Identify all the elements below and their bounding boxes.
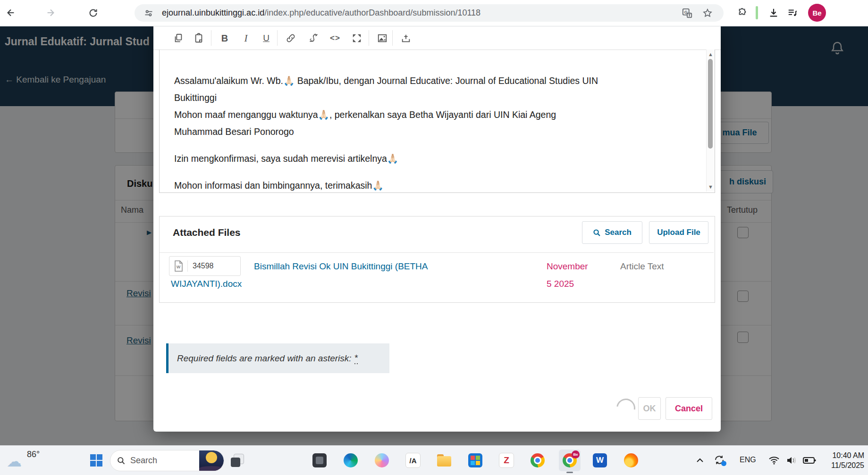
browser-profile-avatar[interactable]: Be [808, 4, 826, 22]
extensions-icon[interactable] [734, 5, 750, 21]
search-icon [117, 456, 126, 465]
browser-toolbar: ejournal.uinbukittinggi.ac.id/index.php/… [0, 0, 868, 26]
downloads-icon[interactable] [766, 5, 782, 21]
message-text: Assalamu'alaikum Wr. Wb.🙏🏻 Bapak/Ibu, de… [174, 72, 675, 194]
scroll-down-icon[interactable]: ▼ [708, 184, 713, 189]
weather-widget[interactable]: 86° ☁ [6, 448, 53, 474]
message-line: Mohon informasi dan bimbingannya, terima… [174, 177, 675, 194]
message-editor[interactable]: Assalamu'alaikum Wr. Wb.🙏🏻 Bapak/Ibu, de… [159, 50, 715, 193]
reload-button[interactable] [85, 5, 101, 21]
chrome-active-window-icon[interactable]: Be [559, 450, 581, 471]
tray-date: 11/5/2025 [831, 460, 864, 470]
wifi-icon[interactable] [766, 452, 782, 468]
sync-tray-icon[interactable] [712, 452, 728, 468]
ok-label: OK [643, 404, 656, 414]
scrollbar-thumb[interactable] [708, 59, 713, 149]
start-button[interactable] [88, 452, 104, 468]
file-date-day-year: 5 2025 [547, 275, 588, 292]
upload-plugin-icon[interactable] [400, 32, 412, 44]
file-date-month: November [547, 258, 588, 275]
slash-a-app-icon[interactable]: /A [405, 452, 421, 468]
attached-files-panel: Attached Files Search Upload File ▶ W [159, 216, 715, 303]
taskbar: 86° ☁ Search [0, 445, 868, 475]
word-icon[interactable]: W [592, 452, 608, 468]
ok-button[interactable]: OK [638, 397, 661, 420]
active-app-indicator [566, 472, 573, 473]
reading-list-icon[interactable] [784, 5, 801, 21]
search-files-button[interactable]: Search [582, 221, 642, 244]
firefox-icon[interactable] [623, 452, 639, 468]
source-code-button[interactable]: <> [329, 32, 341, 44]
address-bar[interactable]: ejournal.uinbukittinggi.ac.id/index.php/… [135, 4, 724, 22]
file-name-link[interactable]: Bismillah Revisi Ok UIN Bukittinggi (BET… [254, 258, 428, 275]
bold-button[interactable]: B [219, 32, 231, 44]
copy-icon[interactable] [172, 32, 185, 44]
scroll-up-icon[interactable]: ▲ [708, 52, 713, 57]
taskbar-search[interactable]: Search [110, 450, 224, 471]
italic-button[interactable]: I [240, 32, 252, 44]
paste-icon[interactable] [193, 32, 205, 44]
url-path: /index.php/educative/authorDashboard/sub… [264, 8, 480, 17]
upload-file-label: Upload File [657, 228, 700, 237]
editor-scrollbar[interactable]: ▲ ▼ [706, 50, 715, 192]
temperature-label: 86° [27, 450, 40, 459]
link-icon[interactable] [285, 32, 297, 44]
unlink-icon[interactable] [307, 32, 320, 44]
blank-line [174, 140, 675, 150]
blank-line [174, 167, 675, 177]
zotero-icon[interactable]: Z [498, 452, 514, 468]
file-date: November 5 2025 [547, 258, 588, 292]
volume-icon[interactable] [784, 452, 800, 468]
tray-time: 10:40 AM [831, 450, 864, 460]
fullscreen-icon[interactable] [351, 32, 363, 44]
svg-text:W: W [177, 265, 181, 269]
search-icon [593, 229, 601, 237]
upload-file-button[interactable]: Upload File [649, 221, 708, 244]
file-explorer-icon[interactable] [436, 452, 452, 468]
edge-icon[interactable] [343, 452, 359, 468]
site-info-icon[interactable] [144, 8, 153, 18]
file-id-chip: W 34598 [169, 256, 241, 276]
file-name-link-line2[interactable]: WIJAYANTI).docx [171, 275, 242, 292]
url-domain: ejournal.uinbukittinggi.ac.id [162, 8, 264, 17]
profile-badge: Be [572, 450, 580, 458]
message-line: Assalamu'alaikum Wr. Wb.🙏🏻 Bapak/Ibu, de… [174, 72, 675, 89]
message-line: Izin mengkonfirmasi, saya sudah merevisi… [174, 150, 675, 167]
cancel-button[interactable]: Cancel [666, 397, 712, 420]
editor-toolbar: B I U <> [153, 26, 721, 50]
add-discussion-modal: B I U <> [153, 26, 721, 432]
message-line: Bukittinggi [174, 89, 675, 106]
copilot-icon[interactable] [374, 452, 390, 468]
underline-button[interactable]: U [260, 32, 272, 44]
screen: Jurnal Edukatif: Jurnal Stud ← Kembali k… [0, 0, 868, 475]
extension-pin-icon[interactable] [756, 6, 758, 19]
bookmark-star-icon[interactable] [702, 8, 713, 18]
moon-icon [206, 452, 217, 463]
search-weather-art [199, 450, 224, 471]
language-indicator[interactable]: ENG [740, 456, 756, 464]
tray-clock[interactable]: 10:40 AM 11/5/2025 [831, 450, 864, 470]
url-text[interactable]: ejournal.uinbukittinggi.ac.id/index.php/… [162, 8, 480, 18]
message-line: Muhammad Besari Ponorogo [174, 123, 675, 140]
forward-button[interactable] [42, 5, 59, 21]
required-asterisk[interactable]: * [354, 353, 358, 364]
loading-spinner [613, 395, 639, 421]
translate-icon[interactable]: G [682, 8, 692, 18]
tray-chevron-up-icon[interactable] [692, 452, 708, 468]
file-type-label: Article Text [620, 258, 664, 275]
taskbar-search-label: Search [130, 456, 199, 466]
photos-app-icon[interactable] [312, 452, 328, 468]
cancel-label: Cancel [675, 404, 703, 414]
microsoft-store-icon[interactable] [467, 452, 483, 468]
task-view-icon[interactable] [229, 452, 245, 468]
back-button[interactable] [3, 5, 19, 21]
profile-initials: Be [812, 9, 821, 17]
required-fields-text: Required fields are marked with an aster… [169, 353, 352, 364]
search-files-label: Search [605, 228, 632, 237]
battery-icon[interactable] [801, 452, 817, 468]
chrome-icon[interactable] [530, 452, 546, 468]
cloud-icon: ☁ [7, 453, 22, 469]
required-fields-note: Required fields are marked with an aster… [166, 343, 389, 373]
file-id: 34598 [188, 262, 214, 270]
insert-image-icon[interactable] [376, 32, 388, 44]
